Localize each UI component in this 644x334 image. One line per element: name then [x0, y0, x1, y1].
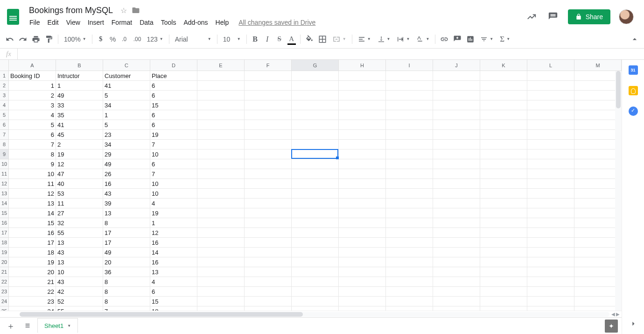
cell[interactable]: 4: [150, 277, 197, 287]
share-button[interactable]: Share: [568, 9, 610, 24]
cell[interactable]: [433, 120, 480, 130]
cell[interactable]: [292, 169, 339, 179]
cell[interactable]: 8: [103, 218, 150, 228]
cell[interactable]: [574, 159, 622, 169]
cell[interactable]: [574, 149, 622, 159]
undo-button[interactable]: [4, 33, 16, 45]
cell[interactable]: [574, 130, 622, 140]
cell[interactable]: [339, 248, 386, 257]
cell[interactable]: [433, 297, 480, 306]
cell[interactable]: [386, 140, 433, 149]
cell[interactable]: 18: [150, 306, 197, 311]
cell[interactable]: [386, 218, 433, 228]
cell[interactable]: [386, 120, 433, 130]
cell[interactable]: [527, 159, 574, 169]
cell[interactable]: [386, 110, 433, 120]
cell[interactable]: [574, 218, 622, 228]
cell[interactable]: [245, 159, 292, 169]
cell[interactable]: [197, 238, 245, 248]
cell[interactable]: [339, 257, 386, 267]
row-header[interactable]: 7: [0, 130, 8, 140]
cell[interactable]: 6: [150, 120, 197, 130]
cell[interactable]: 2: [9, 91, 56, 100]
cell[interactable]: 19: [9, 257, 56, 267]
cell[interactable]: 11: [56, 199, 103, 208]
sheets-logo[interactable]: [4, 7, 22, 26]
cell[interactable]: 7: [150, 169, 197, 179]
cell[interactable]: [245, 287, 292, 297]
row-header[interactable]: 10: [0, 159, 8, 169]
cell[interactable]: [339, 238, 386, 248]
cell[interactable]: [386, 267, 433, 277]
row-header[interactable]: 8: [0, 140, 8, 149]
cell[interactable]: 5: [103, 120, 150, 130]
cell[interactable]: [386, 306, 433, 311]
filter-button[interactable]: ▼: [477, 36, 496, 43]
percent-button[interactable]: %: [107, 33, 119, 45]
row-header[interactable]: 16: [0, 218, 8, 228]
cell[interactable]: [480, 218, 527, 228]
row-header[interactable]: 9: [0, 149, 8, 159]
cell[interactable]: 6: [150, 81, 197, 91]
menu-help[interactable]: Help: [212, 17, 232, 28]
cell[interactable]: 13: [103, 208, 150, 218]
cell[interactable]: [339, 228, 386, 238]
cell[interactable]: [197, 189, 245, 199]
cell[interactable]: [197, 248, 245, 257]
cell[interactable]: [292, 140, 339, 149]
cell[interactable]: [386, 100, 433, 110]
cell[interactable]: [292, 277, 339, 287]
cell-grid[interactable]: Booking IDIntructorCustomerPlace11416249…: [9, 71, 622, 311]
rotate-button[interactable]: ▼: [413, 36, 432, 43]
cell[interactable]: [339, 218, 386, 228]
cell[interactable]: [433, 257, 480, 267]
cell[interactable]: [480, 257, 527, 267]
cell[interactable]: [527, 297, 574, 306]
cell[interactable]: [433, 306, 480, 311]
cell[interactable]: [386, 248, 433, 257]
cell[interactable]: [527, 71, 574, 81]
number-format-combo[interactable]: 123▼: [144, 36, 166, 43]
cell[interactable]: [197, 208, 245, 218]
cell[interactable]: 6: [150, 110, 197, 120]
cell[interactable]: 26: [103, 169, 150, 179]
cell[interactable]: [527, 91, 574, 100]
cell[interactable]: [433, 149, 480, 159]
col-header-J[interactable]: J: [433, 60, 480, 71]
cell[interactable]: [245, 228, 292, 238]
cell[interactable]: 19: [150, 130, 197, 140]
cell[interactable]: 7: [150, 140, 197, 149]
cell[interactable]: [339, 120, 386, 130]
cell[interactable]: Intructor: [56, 71, 103, 81]
cell[interactable]: [245, 208, 292, 218]
cell[interactable]: [480, 71, 527, 81]
col-header-I[interactable]: I: [386, 60, 433, 71]
cell[interactable]: [433, 130, 480, 140]
cell[interactable]: 13: [9, 199, 56, 208]
cell[interactable]: Place: [150, 71, 197, 81]
cell[interactable]: [245, 267, 292, 277]
cell[interactable]: 35: [56, 110, 103, 120]
col-header-B[interactable]: B: [56, 60, 103, 71]
cell[interactable]: [433, 140, 480, 149]
collapse-toolbar-icon[interactable]: [630, 35, 639, 44]
col-header-G[interactable]: G: [292, 60, 339, 71]
col-header-C[interactable]: C: [103, 60, 150, 71]
cell[interactable]: 7: [103, 306, 150, 311]
cell[interactable]: [292, 120, 339, 130]
cell[interactable]: [433, 91, 480, 100]
cell[interactable]: [245, 189, 292, 199]
cell[interactable]: [433, 71, 480, 81]
cell[interactable]: [197, 140, 245, 149]
cell[interactable]: 10: [56, 267, 103, 277]
explore-button[interactable]: ✦: [605, 320, 618, 333]
cell[interactable]: [197, 130, 245, 140]
cell[interactable]: [339, 71, 386, 81]
decrease-decimal-button[interactable]: .0: [119, 33, 131, 45]
select-all-corner[interactable]: [0, 60, 9, 71]
cell[interactable]: [292, 110, 339, 120]
cell[interactable]: 43: [56, 277, 103, 287]
cell[interactable]: [574, 120, 622, 130]
scroll-left-icon[interactable]: ◀: [611, 312, 615, 317]
col-header-F[interactable]: F: [245, 60, 292, 71]
